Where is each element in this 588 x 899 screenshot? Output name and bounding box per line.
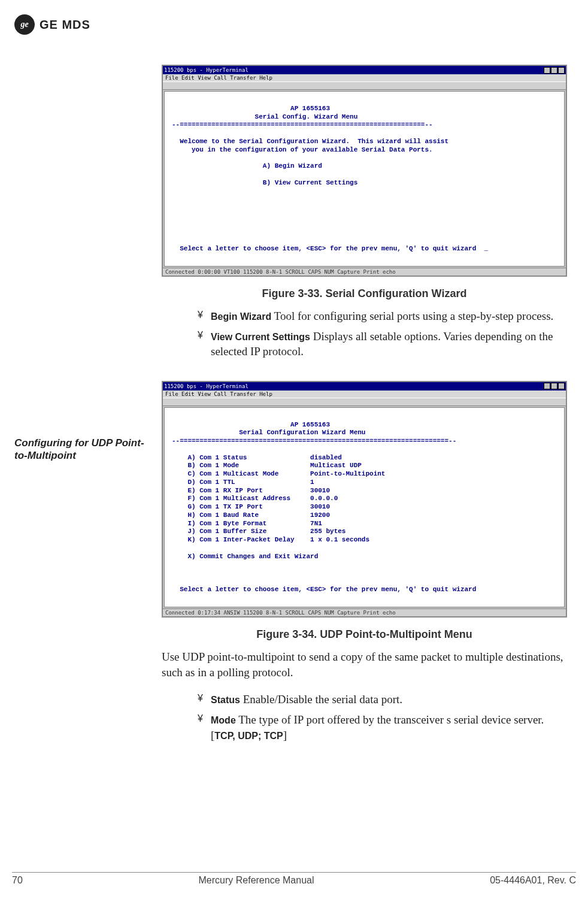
bullet-glyph: ¥ — [198, 308, 211, 324]
brand-text: GE MDS — [40, 18, 90, 32]
screenshot-udp-menu: 115200 bps - HyperTerminal File Edit Vie… — [162, 381, 567, 618]
bullet-label: Begin Wizard — [211, 311, 271, 322]
bullet-view-settings: ¥ View Current Settings Displays all set… — [198, 329, 563, 359]
bullet-list-2: ¥ Status Enable/Disable the serial data … — [162, 692, 567, 743]
window-title: 115200 bps - HyperTerminal — [164, 67, 248, 73]
bullet-label: Status — [211, 695, 240, 705]
bullet-list-1: ¥ Begin Wizard Tool for configuring seri… — [162, 308, 567, 359]
window-statusbar: Connected 0:17:34 ANSIW 115200 8-N-1 SCR… — [163, 609, 566, 616]
bullet-label: Mode — [211, 715, 236, 725]
window-menubar: File Edit View Call Transfer Help — [163, 391, 566, 398]
window-titlebar: 115200 bps - HyperTerminal — [163, 66, 566, 74]
window-title: 115200 bps - HyperTerminal — [164, 383, 248, 389]
window-toolbar — [163, 398, 566, 406]
terminal-body: AP 1655163 Serial Config. Wizard Menu --… — [164, 91, 565, 267]
bullet-glyph: ¥ — [198, 692, 211, 707]
bullet-glyph: ¥ — [198, 712, 211, 743]
window-controls — [544, 383, 565, 389]
terminal-body: AP 1655163 Serial Configuration Wizard M… — [164, 407, 565, 607]
footer-title: Mercury Reference Manual — [199, 875, 314, 886]
bullet-status: ¥ Status Enable/Disable the serial data … — [198, 692, 563, 707]
bullet-desc: Tool for configuring serial ports using … — [271, 310, 553, 322]
bullet-label: View Current Settings — [211, 332, 310, 342]
window-statusbar: Connected 0:00:00 VT100 115200 8-N-1 SCR… — [163, 268, 566, 276]
page-footer: 70 Mercury Reference Manual 05-4446A01, … — [12, 872, 576, 886]
window-toolbar — [163, 81, 566, 90]
figure-caption-1: Figure 3-33. Serial Configuration Wizard — [162, 287, 567, 300]
bullet-desc-post: ] — [283, 729, 287, 741]
footer-revision: 05-4446A01, Rev. C — [490, 875, 576, 886]
footer-page-number: 70 — [12, 875, 23, 886]
bullet-begin-wizard: ¥ Begin Wizard Tool for configuring seri… — [198, 308, 563, 324]
bullet-opts: TCP, UDP; TCP — [214, 731, 283, 741]
screenshot-serial-wizard: 115200 bps - HyperTerminal File Edit Vie… — [162, 65, 567, 277]
figure-caption-2: Figure 3-34. UDP Point-to-Multipoint Men… — [162, 628, 567, 641]
bullet-glyph: ¥ — [198, 329, 211, 359]
window-controls — [544, 67, 565, 74]
paragraph-udp-intro: Use UDP point-to-multipoint to send a co… — [162, 649, 567, 680]
ge-monogram: ge — [14, 14, 35, 35]
bullet-mode: ¥ Mode The type of IP port offered by th… — [198, 712, 563, 743]
window-menubar: File Edit View Call Transfer Help — [163, 74, 566, 81]
bullet-desc: Enable/Disable the serial data port. — [240, 693, 402, 706]
brand-logo: ge GE MDS — [12, 12, 576, 35]
window-titlebar: 115200 bps - HyperTerminal — [163, 382, 566, 391]
side-heading-udp: Configuring for UDP Point-to-Multipoint — [14, 437, 146, 462]
